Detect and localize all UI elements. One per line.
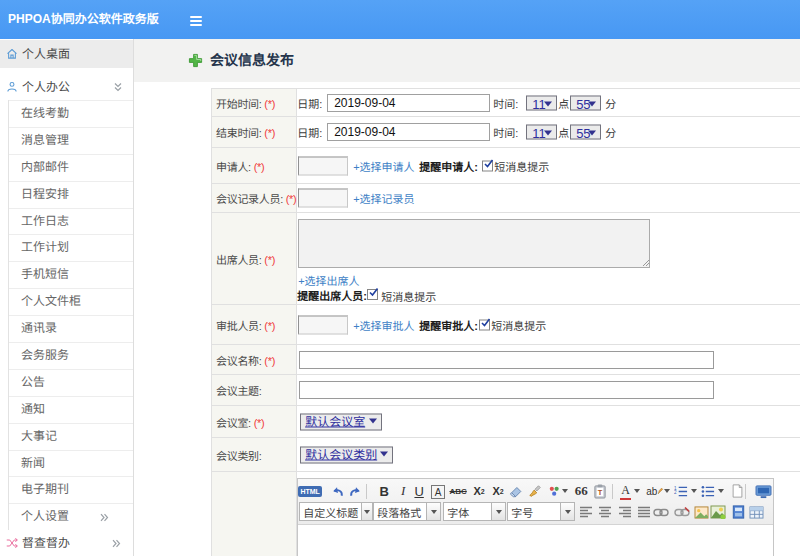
svg-text:2: 2 (674, 489, 677, 494)
svg-text:T: T (598, 488, 603, 497)
